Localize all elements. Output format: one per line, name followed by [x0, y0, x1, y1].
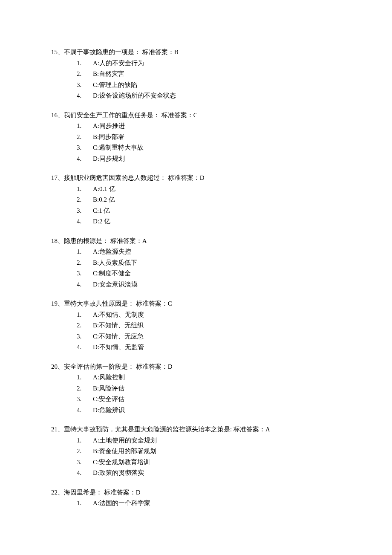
question-block: 15、不属于事故隐患的一项是： 标准答案：B1.A:人的不安全行为2.B:自然灾… [51, 47, 392, 101]
option-text: C:不知情、无应急 [93, 333, 144, 340]
option-number: 2. [77, 257, 84, 269]
answer-label: 标准答案： [136, 363, 168, 370]
question-block: 17、接触职业病危害因素的总人数超过： 标准答案：D1.A:0.1 亿2.B:0… [51, 173, 392, 227]
option-number: 4. [77, 90, 84, 101]
answer-label: 标准答案： [233, 426, 265, 433]
answer-value: C [168, 300, 172, 307]
option-number: 4. [77, 279, 84, 290]
option-line: 3.C:安全评估 [77, 394, 392, 405]
answer-value: D [200, 174, 205, 181]
option-text: D:设备设施场所的不安全状态 [93, 92, 176, 99]
option-line: 2.B:不知情、无组织 [77, 320, 392, 331]
option-line: 1.A:危险源失控 [77, 246, 392, 257]
option-line: 4.D:设备设施场所的不安全状态 [77, 90, 392, 101]
answer-value: C [193, 112, 198, 119]
option-number: 4. [77, 405, 84, 416]
option-text: D:政策的贯彻落实 [93, 469, 144, 476]
option-number: 1. [77, 121, 84, 132]
option-text: D:同步规划 [93, 155, 125, 162]
option-text: C:管理上的缺陷 [93, 81, 137, 88]
question-block: 20、安全评估的第一阶段是： 标准答案：D1.A:风险控制2.B:风险评估3.C… [51, 361, 392, 416]
option-line: 3.C:遏制重特大事故 [77, 142, 392, 153]
option-number: 2. [77, 446, 84, 457]
option-text: B:同步部署 [93, 133, 124, 140]
option-text: B:资金使用的部署规划 [93, 448, 156, 454]
option-number: 3. [77, 457, 84, 468]
question-stem: 安全评估的第一阶段是： [64, 363, 134, 370]
option-text: B:人员素质低下 [93, 259, 137, 266]
option-number: 1. [77, 309, 84, 321]
option-number: 1. [77, 58, 84, 69]
question-stem: 重特大事故共性原因是： [64, 300, 134, 307]
question-text: 16、我们安全生产工作的重点任务是： 标准答案：C [51, 110, 392, 121]
option-text: D:危险辨识 [93, 407, 125, 413]
answer-value: D [168, 363, 173, 370]
question-stem: 重特大事故预防，尤其是重大危险源的监控源头治本之策是: [64, 426, 232, 433]
option-line: 1.A:法国的一个科学家 [77, 498, 392, 509]
option-text: A:不知情、无制度 [93, 311, 144, 318]
option-line: 4.D:危险辨识 [77, 405, 392, 416]
option-line: 2.B:0.2 亿 [77, 194, 392, 205]
option-number: 3. [77, 80, 84, 91]
question-text: 21、重特大事故预防，尤其是重大危险源的监控源头治本之策是: 标准答案：A [51, 424, 392, 435]
option-number: 1. [77, 246, 84, 257]
option-number: 2. [77, 383, 84, 394]
question-number: 20 [51, 363, 58, 370]
question-text: 20、安全评估的第一阶段是： 标准答案：D [51, 361, 392, 373]
option-number: 2. [77, 320, 84, 331]
option-number: 2. [77, 194, 84, 205]
answer-value: A [142, 237, 147, 244]
question-text: 17、接触职业病危害因素的总人数超过： 标准答案：D [51, 173, 392, 184]
question-separator: 、 [58, 237, 64, 244]
option-line: 3.C:管理上的缺陷 [77, 80, 392, 91]
option-number: 4. [77, 153, 84, 165]
question-number: 16 [51, 112, 58, 119]
answer-label: 标准答案： [136, 300, 168, 307]
question-separator: 、 [58, 489, 64, 496]
question-text: 19、重特大事故共性原因是： 标准答案：C [51, 298, 392, 309]
option-line: 1.A:人的不安全行为 [77, 58, 392, 69]
option-line: 2.B:资金使用的部署规划 [77, 446, 392, 457]
answer-label: 标准答案： [104, 489, 136, 496]
option-line: 4.D:2 亿 [77, 216, 392, 227]
option-line: 3.C:制度不健全 [77, 268, 392, 279]
option-number: 3. [77, 205, 84, 217]
question-number: 21 [51, 426, 58, 433]
option-number: 1. [77, 372, 84, 383]
options-list: 1.A:人的不安全行为2.B:自然灾害3.C:管理上的缺陷4.D:设备设施场所的… [51, 58, 392, 101]
option-line: 3.C:不知情、无应急 [77, 331, 392, 342]
answer-value: A [265, 426, 270, 433]
option-text: D:安全意识淡漠 [93, 281, 138, 288]
option-line: 2.B:自然灾害 [77, 69, 392, 80]
question-block: 22、海因里希是： 标准答案：D1.A:法国的一个科学家 [51, 487, 392, 509]
option-text: A:土地使用的安全规划 [93, 437, 157, 444]
question-text: 15、不属于事故隐患的一项是： 标准答案：B [51, 47, 392, 58]
option-text: B:0.2 亿 [93, 196, 115, 203]
question-separator: 、 [58, 363, 64, 370]
option-number: 4. [77, 216, 84, 227]
question-number: 15 [51, 49, 58, 55]
option-text: B:不知情、无组织 [93, 322, 144, 329]
question-block: 16、我们安全生产工作的重点任务是： 标准答案：C1.A:同步推进2.B:同步部… [51, 110, 392, 165]
option-number: 3. [77, 268, 84, 279]
question-number: 17 [51, 174, 58, 181]
option-text: A:风险控制 [93, 374, 125, 381]
question-stem: 我们安全生产工作的重点任务是： [64, 112, 160, 119]
option-line: 1.A:风险控制 [77, 372, 392, 383]
question-stem: 接触职业病危害因素的总人数超过： [64, 174, 166, 181]
question-separator: 、 [58, 300, 64, 307]
question-separator: 、 [58, 49, 64, 55]
question-block: 18、隐患的根源是： 标准答案：A1.A:危险源失控2.B:人员素质低下3.C:… [51, 236, 392, 290]
question-stem: 海因里希是： [64, 489, 102, 496]
question-block: 21、重特大事故预防，尤其是重大危险源的监控源头治本之策是: 标准答案：A1.A… [51, 424, 392, 479]
option-number: 1. [77, 184, 84, 195]
option-line: 1.A:土地使用的安全规划 [77, 435, 392, 446]
answer-label: 标准答案： [142, 49, 174, 55]
option-text: A:人的不安全行为 [93, 60, 144, 66]
question-text: 22、海因里希是： 标准答案：D [51, 487, 392, 498]
option-line: 2.B:同步部署 [77, 132, 392, 143]
option-text: B:自然灾害 [93, 70, 124, 77]
option-text: C:制度不健全 [93, 270, 131, 277]
question-separator: 、 [58, 112, 64, 119]
answer-value: B [174, 49, 179, 55]
